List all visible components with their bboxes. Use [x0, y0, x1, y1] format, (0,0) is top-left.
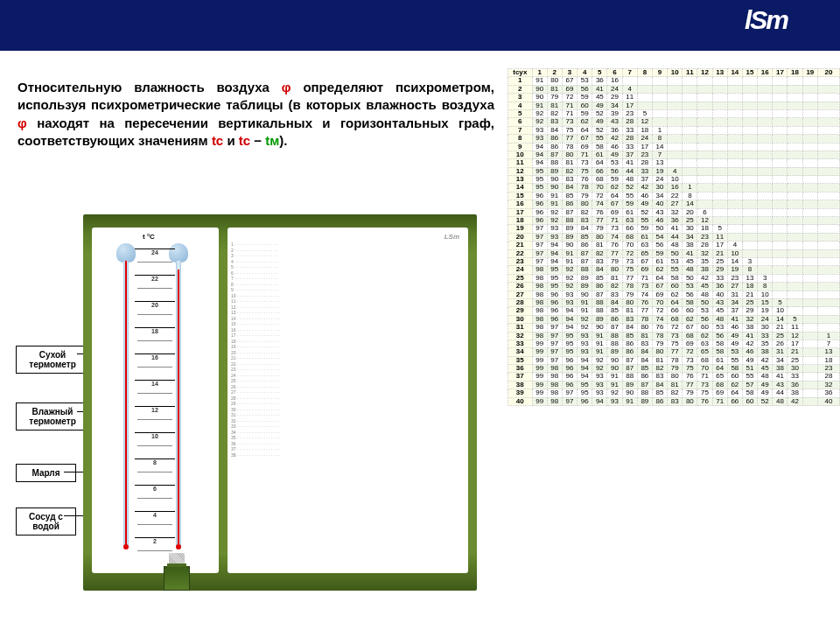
- table-row: 31989794929087848076726760534638302111: [508, 324, 840, 332]
- table-row: 390797259452911: [508, 94, 840, 102]
- table-col-header: 17: [773, 69, 788, 77]
- table-row: 9948678695846331714: [508, 143, 840, 150]
- table-row: 21979490868176706356483828174: [508, 242, 840, 249]
- callout-wet-thermometer: Влажный термометр: [16, 402, 89, 430]
- table-col-header: 19: [802, 69, 817, 77]
- wet-thermometer: [169, 243, 188, 547]
- table-row: 269895928986827873676053453627188: [508, 283, 840, 290]
- table-col-header: 11: [682, 69, 697, 77]
- mini-logo: LSm: [231, 231, 465, 242]
- table-col-header: 16: [758, 69, 773, 77]
- table-col-header: 10: [668, 69, 682, 77]
- table-row: 299896949188858177726660534537291910: [508, 307, 840, 315]
- table-row: 169691868074675949402714: [508, 200, 840, 208]
- table-col-header: 14: [727, 69, 742, 77]
- phi-symbol: φ: [18, 116, 27, 130]
- description-paragraph: Относительную влажность воздуха φ опреде…: [18, 79, 494, 150]
- table-col-header: 18: [788, 69, 802, 77]
- thermometer-panel: t °C 24222018161412108642: [92, 228, 219, 573]
- table-row: 3799989694939188868380767165605548413328: [508, 373, 840, 381]
- table-row: 893867767554228248: [508, 135, 840, 143]
- table-col-header: 7: [622, 69, 637, 77]
- table-col-header: 12: [697, 69, 712, 77]
- tc-symbol: tс: [239, 133, 250, 148]
- callout-vessel: Сосуд с водой: [16, 508, 76, 536]
- callout-gauze: Марля: [16, 464, 76, 482]
- mini-table-panel: LSm 1 · · · · · · · · · · · · · · · · · …: [228, 228, 468, 573]
- text: Относительную влажность воздуха: [18, 80, 282, 94]
- table-col-header: 15: [742, 69, 757, 77]
- mini-row: 38 · · · · · · · · · · · · · · · · · ·: [231, 452, 465, 458]
- text: ).: [279, 133, 287, 148]
- psychrometric-table: tсух1234567891011121314151617181920 1918…: [508, 68, 840, 406]
- text: −: [250, 133, 265, 148]
- table-row: 3999989795939290888582797569645849443836: [508, 389, 840, 397]
- table-row: 2498959288848075696255483829198: [508, 266, 840, 274]
- water-vessel: [164, 566, 190, 591]
- table-row: 3499979593918986848077726558534638312113: [508, 348, 840, 356]
- table-col-header: 9: [652, 69, 667, 77]
- thermometer-scale: 24222018161412108642: [140, 248, 170, 564]
- table-row: 1918067533616: [508, 77, 840, 85]
- temperature-unit-label: t °C: [143, 233, 155, 241]
- table-col-header: 20: [818, 69, 840, 77]
- psychrometer-illustration: t °C 24222018161412108642 LSm 1 · · · · …: [83, 214, 477, 591]
- table-row: 4099989796949391898683807671666052484240: [508, 397, 840, 405]
- table-row: 199793898479736659504130185: [508, 225, 840, 233]
- table-row: 11948881736453412813: [508, 159, 840, 167]
- text: и: [223, 133, 239, 148]
- tm-symbol: tм: [265, 133, 279, 148]
- logo-text: lSm: [745, 5, 788, 35]
- table-col-header: 13: [712, 69, 727, 77]
- tc-symbol: tс: [212, 133, 223, 148]
- phi-symbol: φ: [282, 80, 291, 94]
- table-row: 14959084787062524230161: [508, 184, 840, 192]
- table-col-header: 8: [637, 69, 652, 77]
- callout-dry-thermometer: Сухой термометр: [16, 346, 89, 374]
- header-bar: lSm: [0, 0, 840, 51]
- table-row: 69283736249432812: [508, 118, 840, 126]
- table-row: 329897959391888581787368625649413325121: [508, 332, 840, 340]
- dry-thermometer: [116, 243, 136, 547]
